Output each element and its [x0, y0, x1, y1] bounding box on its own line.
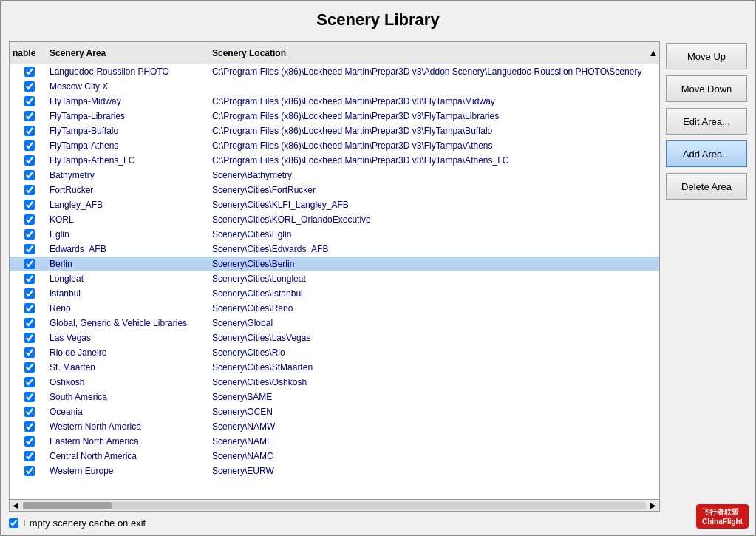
table-row[interactable]: EglinScenery\Cities\Eglin	[10, 227, 659, 242]
row-area-name: Languedoc-Roussilon PHOTO	[47, 67, 209, 77]
empty-cache-label[interactable]: Empty scenery cache on exit	[9, 518, 146, 529]
table-row[interactable]: FortRuckerScenery\Cities\FortRucker	[10, 183, 659, 197]
edit-area-button[interactable]: Edit Area...	[666, 108, 747, 135]
table-row[interactable]: OshkoshScenery\Cities\Oshkosh	[10, 375, 659, 390]
table-row[interactable]: BerlinScenery\Cities\Berlin	[10, 257, 659, 271]
row-checkbox-cell[interactable]	[10, 126, 47, 136]
row-checkbox-cell[interactable]	[10, 407, 47, 417]
table-row[interactable]: OceaniaScenery\OCEN	[10, 404, 659, 419]
table-row[interactable]: Global, Generic & Vehicle LibrariesScene…	[10, 316, 659, 330]
delete-area-button[interactable]: Delete Area	[666, 173, 747, 200]
table-row[interactable]: BathymetryScenery\Bathymetry	[10, 168, 659, 183]
table-row[interactable]: IstanbulScenery\Cities\Istanbul	[10, 286, 659, 301]
table-row[interactable]: FlyTampa-BuffaloC:\Program Files (x86)\L…	[10, 123, 659, 138]
row-checkbox-cell[interactable]	[10, 67, 47, 77]
row-enable-checkbox[interactable]	[24, 96, 35, 106]
row-enable-checkbox[interactable]	[24, 466, 35, 476]
row-checkbox-cell[interactable]	[10, 214, 47, 225]
row-checkbox-cell[interactable]	[10, 333, 47, 343]
table-row[interactable]: RenoScenery\Cities\Reno	[10, 301, 659, 316]
row-enable-checkbox[interactable]	[24, 244, 35, 254]
row-enable-checkbox[interactable]	[24, 288, 35, 299]
row-enable-checkbox[interactable]	[24, 214, 35, 225]
row-enable-checkbox[interactable]	[24, 67, 35, 77]
row-checkbox-cell[interactable]	[10, 244, 47, 254]
row-enable-checkbox[interactable]	[24, 303, 35, 313]
row-checkbox-cell[interactable]	[10, 347, 47, 358]
row-checkbox-cell[interactable]	[10, 436, 47, 447]
add-area-button[interactable]: Add Area...	[666, 140, 747, 167]
row-enable-checkbox[interactable]	[24, 407, 35, 417]
row-checkbox-cell[interactable]	[10, 466, 47, 476]
row-enable-checkbox[interactable]	[24, 185, 35, 195]
scroll-right-btn[interactable]: ▶	[647, 501, 659, 509]
table-row[interactable]: Edwards_AFBScenery\Cities\Edwards_AFB	[10, 242, 659, 257]
row-checkbox-cell[interactable]	[10, 392, 47, 402]
row-checkbox-cell[interactable]	[10, 81, 47, 92]
table-row[interactable]: FlyTampa-Athens_LCC:\Program Files (x86)…	[10, 153, 659, 168]
row-enable-checkbox[interactable]	[24, 170, 35, 180]
row-checkbox-cell[interactable]	[10, 274, 47, 284]
table-row[interactable]: FlyTampa-LibrariesC:\Program Files (x86)…	[10, 109, 659, 123]
move-down-button[interactable]: Move Down	[666, 75, 747, 102]
horizontal-scrollbar[interactable]: ◀ ▶	[10, 499, 659, 511]
row-enable-checkbox[interactable]	[24, 347, 35, 358]
table-row[interactable]: LongleatScenery\Cities\Longleat	[10, 271, 659, 286]
row-enable-checkbox[interactable]	[24, 81, 35, 92]
table-row[interactable]: Western North AmericaScenery\NAMW	[10, 419, 659, 434]
row-enable-checkbox[interactable]	[24, 259, 35, 269]
row-checkbox-cell[interactable]	[10, 377, 47, 387]
row-enable-checkbox[interactable]	[24, 111, 35, 121]
table-row[interactable]: Eastern North AmericaScenery\NAME	[10, 434, 659, 449]
table-row[interactable]: Langley_AFBScenery\Cities\KLFI_Langley_A…	[10, 197, 659, 212]
row-enable-checkbox[interactable]	[24, 436, 35, 447]
table-row[interactable]: St. MaartenScenery\Cities\StMaarten	[10, 360, 659, 375]
row-checkbox-cell[interactable]	[10, 170, 47, 180]
table-row[interactable]: Western EuropeScenery\EURW	[10, 464, 659, 478]
scrollbar-thumb[interactable]	[23, 502, 112, 509]
row-checkbox-cell[interactable]	[10, 185, 47, 195]
row-checkbox-cell[interactable]	[10, 96, 47, 106]
row-enable-checkbox[interactable]	[24, 140, 35, 151]
table-row[interactable]: KORLScenery\Cities\KORL_OrlandoExecutive	[10, 212, 659, 227]
row-checkbox-cell[interactable]	[10, 229, 47, 240]
table-row[interactable]: Rio de JaneiroScenery\Cities\Rio	[10, 345, 659, 360]
row-checkbox-cell[interactable]	[10, 362, 47, 373]
row-enable-checkbox[interactable]	[24, 318, 35, 328]
row-enable-checkbox[interactable]	[24, 377, 35, 387]
row-enable-checkbox[interactable]	[24, 333, 35, 343]
row-checkbox-cell[interactable]	[10, 451, 47, 461]
table-scroll-area[interactable]: Languedoc-Roussilon PHOTOC:\Program File…	[10, 64, 659, 499]
row-enable-checkbox[interactable]	[24, 126, 35, 136]
table-row[interactable]: FlyTampa-MidwayC:\Program Files (x86)\Lo…	[10, 94, 659, 109]
empty-cache-checkbox[interactable]	[9, 518, 18, 528]
row-checkbox-cell[interactable]	[10, 140, 47, 151]
scroll-left-btn[interactable]: ◀	[10, 501, 21, 509]
row-checkbox-cell[interactable]	[10, 421, 47, 432]
table-row[interactable]: South AmericaScenery\SAME	[10, 390, 659, 404]
row-checkbox-cell[interactable]	[10, 259, 47, 269]
row-enable-checkbox[interactable]	[24, 200, 35, 210]
row-checkbox-cell[interactable]	[10, 288, 47, 299]
row-checkbox-cell[interactable]	[10, 200, 47, 210]
row-enable-checkbox[interactable]	[24, 155, 35, 166]
table-row[interactable]: Central North AmericaScenery\NAMC	[10, 449, 659, 464]
row-enable-checkbox[interactable]	[24, 451, 35, 461]
row-checkbox-cell[interactable]	[10, 318, 47, 328]
row-enable-checkbox[interactable]	[24, 421, 35, 432]
table-row[interactable]: Las VegasScenery\Cities\LasVegas	[10, 330, 659, 345]
row-checkbox-cell[interactable]	[10, 155, 47, 166]
table-row[interactable]: FlyTampa-AthensC:\Program Files (x86)\Lo…	[10, 138, 659, 153]
scrollbar-track[interactable]	[23, 502, 646, 509]
row-enable-checkbox[interactable]	[24, 274, 35, 284]
table-row[interactable]: Moscow City X	[10, 79, 659, 94]
row-enable-checkbox[interactable]	[24, 392, 35, 402]
scroll-up-arrow[interactable]: ▲	[647, 47, 659, 58]
table-row[interactable]: Languedoc-Roussilon PHOTOC:\Program File…	[10, 64, 659, 79]
row-enable-checkbox[interactable]	[24, 362, 35, 373]
row-area-name: Western Europe	[47, 466, 209, 476]
move-up-button[interactable]: Move Up	[666, 43, 747, 69]
row-checkbox-cell[interactable]	[10, 303, 47, 313]
row-checkbox-cell[interactable]	[10, 111, 47, 121]
row-enable-checkbox[interactable]	[24, 229, 35, 240]
